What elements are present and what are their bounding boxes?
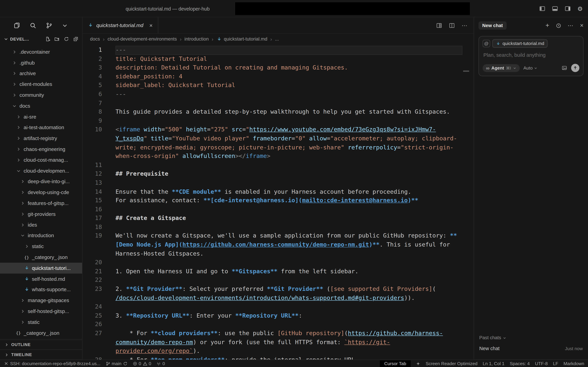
- editor-line[interactable]: 4sidebar_position: 4: [83, 72, 474, 81]
- editor-line[interactable]: 22: [83, 276, 474, 285]
- toggle-secondary-sidebar-icon[interactable]: [565, 6, 571, 12]
- split-editor-icon[interactable]: [449, 22, 455, 28]
- settings-gear-icon[interactable]: ⚙: [577, 5, 583, 12]
- breadcrumb-item[interactable]: cloud-development-environments: [108, 36, 177, 42]
- tree-item[interactable]: {}_category_.json: [0, 327, 82, 338]
- editor-line[interactable]: 232. **Git Provider**: Select your prefe…: [83, 285, 474, 303]
- tree-item[interactable]: whats-supporte...: [0, 284, 82, 295]
- editor-line[interactable]: 14Ensure that the **CDE module** is enab…: [83, 187, 474, 196]
- screen-reader-status[interactable]: Screen Reader Optimized: [426, 361, 477, 366]
- explorer-section-header[interactable]: DEVEL...: [0, 34, 82, 44]
- editor-line[interactable]: 3description: Detailed Tutorial on creat…: [83, 64, 474, 72]
- chat-tab[interactable]: New chat: [479, 21, 507, 30]
- editor-line[interactable]: 15For assistance, contact: **[cde-intere…: [83, 196, 474, 205]
- past-chats-toggle[interactable]: Past chats: [479, 335, 583, 340]
- breadcrumb-item[interactable]: docs: [90, 36, 100, 42]
- editor-line[interactable]: 18: [83, 223, 474, 232]
- editor-line[interactable]: 19We'll now create a Gitspace, we'll use…: [83, 232, 474, 258]
- open-changes-icon[interactable]: [436, 22, 442, 28]
- tree-item[interactable]: {}_category_.json: [0, 252, 82, 263]
- editor-line[interactable]: 7: [83, 99, 474, 108]
- editor-line[interactable]: 11: [83, 161, 474, 170]
- ports-status[interactable]: 0: [156, 361, 165, 366]
- editor-line[interactable]: 27 * For **cloud providers**: use the pu…: [83, 329, 474, 356]
- tree-item[interactable]: ai-test-automation: [0, 122, 82, 133]
- history-icon[interactable]: [556, 23, 561, 28]
- chat-input-card[interactable]: @ quickstart-tutorial.md Plan, search, b…: [479, 36, 584, 76]
- tree-item[interactable]: cloud-cost-manag...: [0, 155, 82, 165]
- breadcrumb-item[interactable]: ...: [275, 36, 279, 42]
- git-branch-status[interactable]: main: [106, 361, 128, 366]
- tree-item[interactable]: .github: [0, 58, 82, 68]
- more-actions-icon[interactable]: ⋯: [568, 22, 573, 29]
- encoding-status[interactable]: UTF-8: [535, 361, 548, 366]
- tree-item[interactable]: self-hosted-gitsp...: [0, 306, 82, 317]
- close-tab-icon[interactable]: ×: [149, 22, 153, 28]
- indentation-status[interactable]: Spaces: 4: [510, 361, 530, 366]
- model-selector[interactable]: Auto: [523, 65, 537, 71]
- toggle-panel-icon[interactable]: [552, 6, 558, 12]
- send-button[interactable]: [571, 64, 579, 72]
- editor-line[interactable]: 13: [83, 179, 474, 187]
- tree-item[interactable]: self-hosted.md: [0, 274, 82, 284]
- remote-indicator[interactable]: SSH: documentation-repo-e5ifp9-8rzze4.us…: [4, 361, 100, 366]
- refresh-icon[interactable]: [64, 36, 69, 42]
- source-control-icon[interactable]: [46, 22, 53, 29]
- breadcrumb-item[interactable]: quickstart-tutorial.md: [216, 36, 267, 42]
- chat-input[interactable]: Plan, search, build anything: [483, 52, 579, 58]
- tree-item[interactable]: cloud-developmen...: [0, 166, 82, 176]
- agent-mode-selector[interactable]: ∞ Agent ⌘I: [483, 64, 520, 72]
- editor-line[interactable]: 6---: [83, 90, 474, 99]
- close-panel-icon[interactable]: ×: [580, 22, 584, 29]
- editor-line[interactable]: 24: [83, 303, 474, 311]
- context-file-chip[interactable]: quickstart-tutorial.md: [492, 39, 548, 48]
- tree-item[interactable]: introduction: [0, 230, 82, 241]
- new-folder-icon[interactable]: [54, 36, 60, 42]
- collapse-all-icon[interactable]: [73, 36, 79, 42]
- editor-line[interactable]: 28 * For **on-prem providers**: provide …: [83, 356, 474, 360]
- more-actions-icon[interactable]: ⋯: [462, 22, 468, 29]
- tree-item[interactable]: .devcontainer: [0, 47, 82, 57]
- tree-item[interactable]: community: [0, 90, 82, 100]
- editor-line[interactable]: 20: [83, 258, 474, 267]
- eol-status[interactable]: LF: [553, 361, 558, 366]
- editor-line[interactable]: 12## Prerequisite: [83, 170, 474, 179]
- image-icon[interactable]: [561, 65, 567, 71]
- search-icon[interactable]: [30, 22, 36, 29]
- tree-item[interactable]: ai-sre: [0, 111, 82, 122]
- add-context-button[interactable]: @: [483, 40, 490, 47]
- tree-item[interactable]: deep-dive-into-gi...: [0, 176, 82, 187]
- language-mode-status[interactable]: Markdown: [564, 361, 584, 366]
- cursor-tab-status[interactable]: Cursor Tab: [380, 360, 411, 367]
- editor-line[interactable]: 26: [83, 320, 474, 329]
- tree-item[interactable]: archive: [0, 68, 82, 79]
- tree-item[interactable]: quickstart-tutori...: [0, 263, 82, 274]
- tree-item[interactable]: static: [0, 317, 82, 327]
- chevron-down-icon[interactable]: [62, 23, 68, 28]
- editor-line[interactable]: 17## Create a Gitspace: [83, 214, 474, 223]
- editor-line[interactable]: 16: [83, 205, 474, 214]
- tree-item[interactable]: ides: [0, 219, 82, 230]
- breadcrumb-item[interactable]: introduction: [185, 36, 209, 42]
- timeline-section[interactable]: TIMELINE: [0, 350, 82, 359]
- tree-item[interactable]: artifact-registry: [0, 133, 82, 144]
- outline-section[interactable]: OUTLINE: [0, 339, 82, 349]
- tree-item[interactable]: develop-using-cde: [0, 187, 82, 198]
- new-file-icon[interactable]: [45, 36, 50, 42]
- editor-line[interactable]: 10<iframe width="500" height="275" src="…: [83, 125, 474, 161]
- tree-item[interactable]: chaos-engineering: [0, 144, 82, 155]
- explorer-icon[interactable]: [13, 22, 20, 29]
- editor-line[interactable]: 2title: Quickstart Tutorial: [83, 55, 474, 64]
- tree-item[interactable]: features-of-gitsp...: [0, 198, 82, 209]
- recent-chat-item[interactable]: New chat Just now: [479, 344, 583, 353]
- tree-item[interactable]: git-providers: [0, 209, 82, 219]
- tab-quickstart-tutorial[interactable]: quickstart-tutorial.md ×: [83, 17, 158, 33]
- editor-line[interactable]: 1---: [83, 46, 474, 55]
- sparkle-status[interactable]: [416, 361, 420, 366]
- editor-pane[interactable]: 1---2title: Quickstart Tutorial3descript…: [83, 44, 474, 359]
- editor-line[interactable]: 211. Open the Harness UI and go to **Git…: [83, 267, 474, 276]
- editor-line[interactable]: 9: [83, 117, 474, 125]
- tree-item[interactable]: static: [0, 241, 82, 252]
- cursor-position-status[interactable]: Ln 1, Col 1: [483, 361, 504, 366]
- new-chat-icon[interactable]: +: [545, 22, 549, 29]
